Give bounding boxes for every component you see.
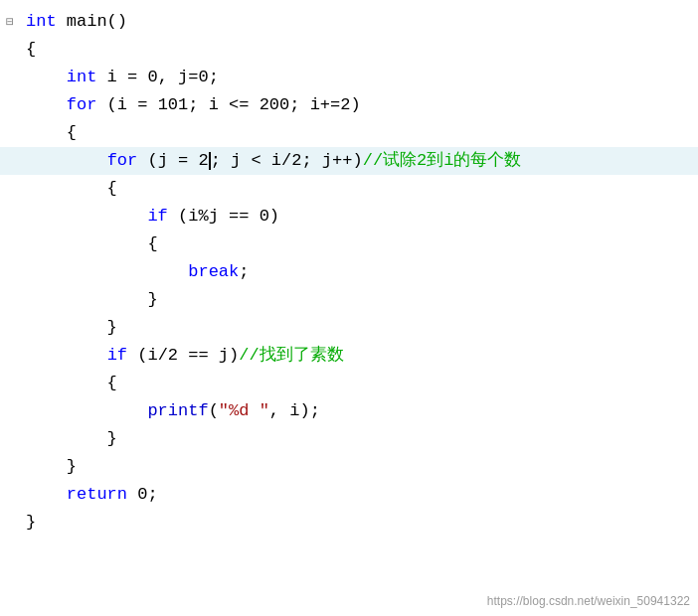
code-line: { — [0, 231, 698, 258]
code-line: } — [0, 453, 698, 481]
code-plain — [26, 262, 188, 281]
code-line: { — [0, 175, 698, 203]
code-plain: { — [26, 374, 117, 392]
code-line: { — [0, 370, 698, 397]
code-editor: ⊟int main(){ int i = 0, j=0; for (i = 10… — [0, 0, 698, 616]
code-line: { — [0, 36, 698, 64]
code-plain: (i%j == 0) — [168, 207, 279, 226]
code-plain: { — [26, 40, 36, 59]
code-text[interactable]: return 0; — [22, 481, 698, 509]
code-line: int i = 0, j=0; — [0, 64, 698, 91]
code-line: for (i = 101; i <= 200; i+=2) — [0, 91, 698, 119]
code-plain — [26, 401, 147, 420]
code-text[interactable]: { — [22, 175, 698, 203]
code-text[interactable]: for (j = 2; j < i/2; j++)//试除2到i的每个数 — [22, 147, 698, 175]
code-text[interactable]: if (i/2 == j)//找到了素数 — [22, 342, 698, 370]
code-text[interactable]: } — [22, 314, 698, 342]
code-plain: (i/2 == j) — [127, 346, 239, 365]
keyword: return — [67, 485, 127, 504]
code-text[interactable]: { — [22, 370, 698, 397]
comment: //找到了素数 — [239, 346, 343, 365]
code-lines: ⊟int main(){ int i = 0, j=0; for (i = 10… — [0, 0, 698, 544]
code-text[interactable]: for (i = 101; i <= 200; i+=2) — [22, 91, 698, 119]
code-text[interactable]: } — [22, 425, 698, 453]
code-line: } — [0, 509, 698, 537]
code-plain: } — [26, 513, 36, 532]
code-text[interactable]: break; — [22, 258, 698, 286]
code-plain: ; — [239, 262, 249, 281]
keyword: if — [107, 346, 127, 365]
code-text[interactable]: { — [22, 36, 698, 64]
code-line: printf("%d ", i); — [0, 397, 698, 425]
code-line: if (i/2 == j)//找到了素数 — [0, 342, 698, 370]
code-text[interactable]: if (i%j == 0) — [22, 203, 698, 231]
code-plain — [26, 207, 147, 226]
code-line: } — [0, 314, 698, 342]
code-plain: } — [26, 457, 77, 476]
keyword: if — [147, 207, 167, 226]
keyword: for — [107, 151, 138, 170]
code-text[interactable]: } — [22, 509, 698, 537]
keyword: for — [67, 95, 97, 114]
code-plain: ( — [209, 401, 219, 420]
code-text[interactable]: } — [22, 286, 698, 314]
code-plain — [26, 346, 107, 365]
code-plain: } — [26, 290, 158, 309]
code-text[interactable]: int main() — [22, 8, 698, 36]
code-line: return 0; — [0, 481, 698, 509]
keyword: int — [26, 12, 57, 31]
comment: //试除2到i的每个数 — [363, 151, 522, 170]
code-plain: i = 0, j=0; — [96, 68, 218, 86]
code-line: break; — [0, 258, 698, 286]
code-plain: { — [26, 234, 158, 253]
code-line: for (j = 2; j < i/2; j++)//试除2到i的每个数 — [0, 147, 698, 175]
code-text[interactable]: { — [22, 119, 698, 147]
code-plain: { — [26, 123, 77, 142]
gutter-icon: ⊟ — [0, 14, 22, 30]
code-line: } — [0, 286, 698, 314]
code-text[interactable]: int i = 0, j=0; — [22, 64, 698, 91]
code-plain — [26, 68, 67, 86]
code-plain: { — [26, 179, 117, 198]
watermark: https://blog.csdn.net/weixin_50941322 — [487, 594, 690, 608]
code-plain: ; j < i/2; j++) — [211, 151, 363, 170]
code-line: { — [0, 119, 698, 147]
code-plain — [26, 485, 67, 504]
code-text[interactable]: } — [22, 453, 698, 481]
code-plain: , i); — [269, 401, 320, 420]
code-plain: (i = 101; i <= 200; i+=2) — [96, 95, 360, 114]
code-plain — [26, 95, 67, 114]
code-line: ⊟int main() — [0, 8, 698, 36]
code-line: if (i%j == 0) — [0, 203, 698, 231]
keyword: break — [188, 262, 239, 281]
code-text[interactable]: { — [22, 231, 698, 258]
code-plain: (j = 2 — [137, 151, 208, 170]
code-text[interactable]: printf("%d ", i); — [22, 397, 698, 425]
code-plain: main() — [57, 12, 127, 31]
string-literal: "%d " — [219, 401, 269, 420]
code-plain — [26, 151, 107, 170]
code-plain: } — [26, 429, 117, 448]
code-plain: 0; — [127, 485, 158, 504]
code-plain: } — [26, 318, 117, 337]
code-line: } — [0, 425, 698, 453]
keyword: int — [67, 68, 97, 86]
function-name: printf — [147, 401, 208, 420]
